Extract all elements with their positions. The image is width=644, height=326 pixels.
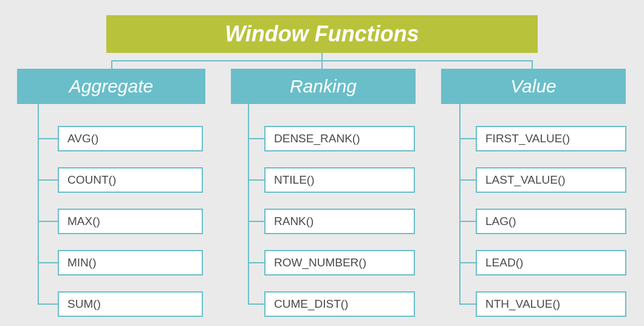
connector bbox=[38, 138, 58, 139]
connector bbox=[38, 221, 58, 222]
function-item: NTILE() bbox=[264, 167, 415, 193]
function-item: LAST_VALUE() bbox=[476, 167, 626, 193]
category-ranking: Ranking bbox=[231, 69, 416, 104]
connector bbox=[248, 303, 264, 305]
connector bbox=[459, 138, 476, 139]
function-item: CUME_DIST() bbox=[264, 291, 415, 317]
connector bbox=[459, 221, 476, 222]
function-item: MAX() bbox=[58, 209, 203, 234]
function-item: SUM() bbox=[58, 291, 203, 317]
category-aggregate: Aggregate bbox=[17, 69, 205, 104]
connector bbox=[38, 104, 39, 304]
connector bbox=[459, 104, 461, 304]
function-item: RANK() bbox=[264, 209, 415, 234]
connector bbox=[459, 179, 476, 181]
connector bbox=[111, 60, 112, 69]
root-node: Window Functions bbox=[106, 15, 538, 53]
connector bbox=[321, 60, 323, 69]
connector bbox=[248, 221, 264, 222]
function-item: AVG() bbox=[58, 126, 203, 151]
connector bbox=[248, 179, 264, 181]
category-value: Value bbox=[441, 69, 626, 104]
function-item: LAG() bbox=[476, 209, 626, 234]
function-item: ROW_NUMBER() bbox=[264, 250, 415, 276]
function-item: LEAD() bbox=[476, 250, 626, 276]
function-item: FIRST_VALUE() bbox=[476, 126, 626, 151]
connector bbox=[532, 60, 533, 69]
connector bbox=[38, 303, 58, 305]
connector bbox=[38, 179, 58, 181]
connector bbox=[248, 104, 249, 304]
function-item: MIN() bbox=[58, 250, 203, 276]
function-item: COUNT() bbox=[58, 167, 203, 193]
function-item: NTH_VALUE() bbox=[476, 291, 626, 317]
function-item: DENSE_RANK() bbox=[264, 126, 415, 151]
connector bbox=[459, 262, 476, 263]
connector bbox=[248, 138, 264, 139]
connector bbox=[38, 262, 58, 263]
connector bbox=[459, 303, 476, 305]
connector bbox=[248, 262, 264, 263]
